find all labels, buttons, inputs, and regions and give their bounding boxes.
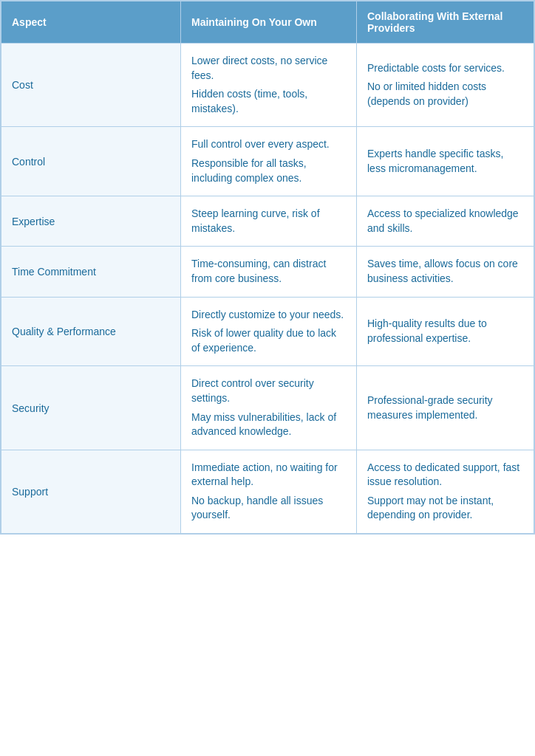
cell-own-text: Direct control over security settings. [191,377,346,405]
cell-own: Directly customize to your needs.Risk of… [181,297,357,366]
cell-collab: Saves time, allows focus on core busines… [356,247,534,297]
table-row: ExpertiseSteep learning curve, risk of m… [1,196,534,247]
table-row: Time CommitmentTime-consuming, can distr… [1,247,534,297]
cell-collab-text: Access to dedicated support, fast issue … [367,461,523,489]
cell-aspect: Control [1,127,181,196]
cell-collab: Professional-grade security measures imp… [356,366,534,450]
table-row: CostLower direct costs, no service fees.… [1,44,534,127]
cell-own: Direct control over security settings.Ma… [181,366,357,450]
cell-own-text: Lower direct costs, no service fees. [191,54,346,83]
cell-collab-text: Professional-grade security measures imp… [367,394,523,422]
cell-collab-text: Saves time, allows focus on core busines… [367,257,523,286]
cell-own-text: Immediate action, no waiting for externa… [191,461,346,489]
cell-own-text: Full control over every aspect. [191,137,346,152]
cell-aspect: Quality & Performance [1,297,181,366]
cell-collab: Predictable costs for services.No or lim… [356,44,534,127]
cell-own-text: Directly customize to your needs. [191,308,346,323]
cell-aspect: Cost [1,44,181,127]
comparison-table: Aspect Maintaining On Your Own Collabora… [0,0,535,535]
cell-aspect: Expertise [1,196,181,247]
cell-own-text: Hidden costs (time, tools, mistakes). [191,87,346,116]
cell-own-text: Steep learning curve, risk of mistakes. [191,207,346,236]
col-header-collab: Collaborating With External Providers [356,1,534,44]
cell-collab: Access to dedicated support, fast issue … [356,450,534,533]
cell-collab-text: High-quality results due to professional… [367,317,523,346]
cell-collab: High-quality results due to professional… [356,297,534,366]
cell-own-text: No backup, handle all issues yourself. [191,494,346,523]
cell-aspect: Time Commitment [1,247,181,297]
cell-collab-text: No or limited hidden costs (depends on p… [367,80,523,109]
cell-own-text: Responsible for all tasks, including com… [191,157,346,185]
cell-own: Full control over every aspect.Responsib… [181,127,357,196]
cell-own-text: May miss vulnerabilities, lack of advanc… [191,410,346,439]
cell-own: Steep learning curve, risk of mistakes. [181,196,357,247]
cell-collab-text: Experts handle specific tasks, less micr… [367,147,523,176]
cell-own: Immediate action, no waiting for externa… [181,450,357,533]
table-row: SupportImmediate action, no waiting for … [1,450,534,533]
cell-own-text: Risk of lower quality due to lack of exp… [191,326,346,355]
cell-aspect: Support [1,450,181,533]
cell-collab: Experts handle specific tasks, less micr… [356,127,534,196]
cell-own: Lower direct costs, no service fees.Hidd… [181,44,357,127]
cell-aspect: Security [1,366,181,450]
col-header-aspect: Aspect [1,1,181,44]
col-header-own: Maintaining On Your Own [181,1,357,44]
cell-collab-text: Predictable costs for services. [367,61,523,76]
cell-collab: Access to specialized knowledge and skil… [356,196,534,247]
cell-collab-text: Access to specialized knowledge and skil… [367,207,523,236]
cell-collab-text: Support may not be instant, depending on… [367,494,523,523]
cell-own-text: Time-consuming, can distract from core b… [191,257,346,286]
table-row: SecurityDirect control over security set… [1,366,534,450]
cell-own: Time-consuming, can distract from core b… [181,247,357,297]
table-row: ControlFull control over every aspect.Re… [1,127,534,196]
table-row: Quality & PerformanceDirectly customize … [1,297,534,366]
